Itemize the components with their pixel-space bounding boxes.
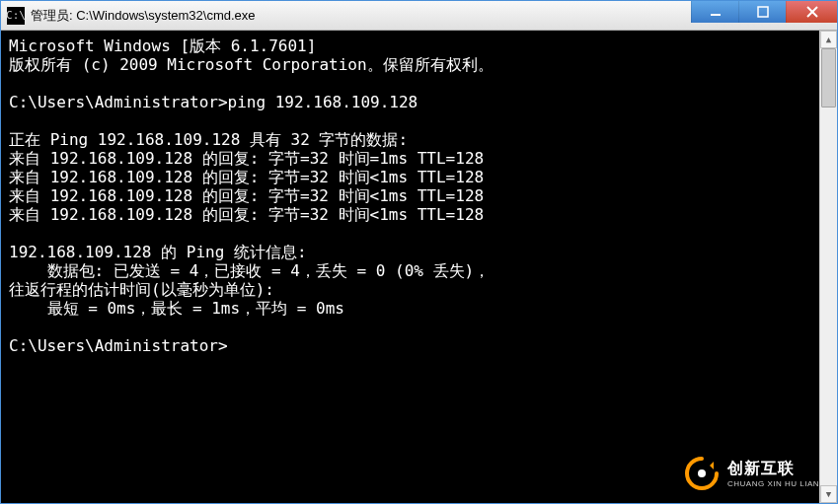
window-title: 管理员: C:\Windows\system32\cmd.exe	[31, 7, 256, 25]
svg-rect-1	[758, 7, 768, 17]
titlebar[interactable]: C:\ 管理员: C:\Windows\system32\cmd.exe	[1, 1, 837, 31]
scroll-down-button[interactable]: ▼	[820, 485, 837, 503]
scroll-track[interactable]	[820, 48, 837, 485]
cmd-icon: C:\	[7, 7, 25, 25]
minimize-button[interactable]	[691, 1, 738, 23]
terminal-output[interactable]: Microsoft Windows [版本 6.1.7601] 版权所有 (c)…	[1, 31, 837, 503]
maximize-icon	[757, 6, 769, 18]
scroll-up-button[interactable]: ▲	[820, 31, 837, 48]
maximize-button[interactable]	[738, 1, 786, 23]
scroll-thumb[interactable]	[821, 48, 836, 108]
scrollbar[interactable]: ▲ ▼	[819, 31, 837, 503]
minimize-icon	[710, 6, 722, 18]
cmd-window: C:\ 管理员: C:\Windows\system32\cmd.exe Mic…	[0, 0, 838, 504]
close-icon	[806, 6, 818, 18]
svg-rect-0	[711, 14, 721, 16]
close-button[interactable]	[786, 1, 837, 23]
window-controls	[691, 1, 837, 23]
